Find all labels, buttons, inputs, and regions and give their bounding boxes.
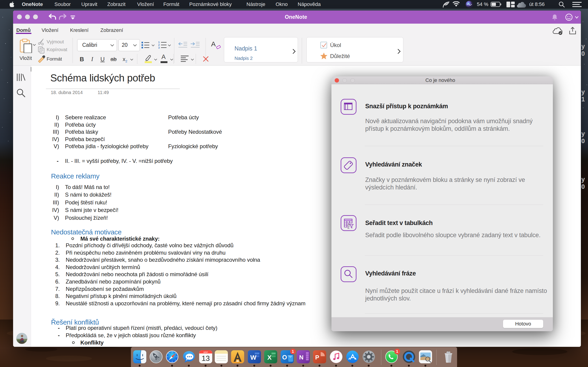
svg-text:X: X [267, 354, 271, 361]
svg-text:1: 1 [158, 41, 160, 44]
svg-text:N: N [299, 354, 303, 361]
svg-text:13: 13 [201, 354, 210, 362]
svg-text:Z: Z [347, 225, 350, 229]
svg-text:W: W [250, 354, 256, 361]
svg-text:2: 2 [158, 44, 160, 46]
svg-text:SRP: SRP [203, 351, 208, 353]
svg-text:O: O [282, 354, 287, 361]
svg-text:3: 3 [158, 46, 160, 49]
svg-text:P: P [315, 354, 319, 361]
